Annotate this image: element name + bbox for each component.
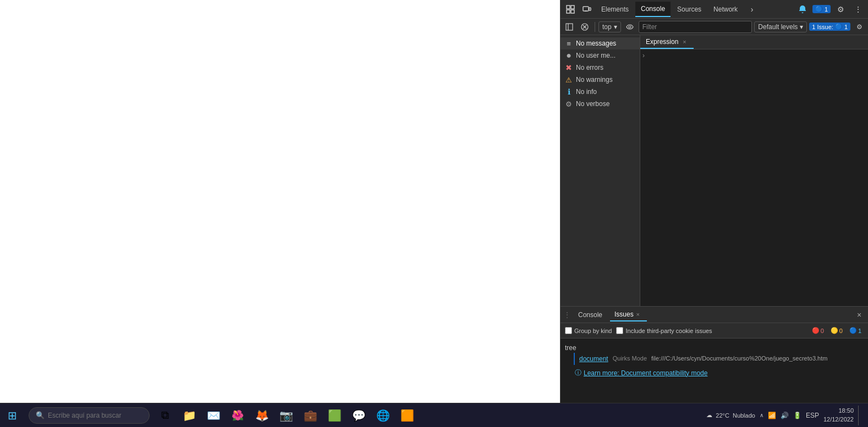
console-filter-input[interactable]	[639, 21, 752, 33]
notifications-icon[interactable]	[795, 2, 810, 17]
expression-content[interactable]: ›	[640, 49, 868, 306]
red-badge-count: 0	[821, 328, 824, 334]
context-arrow: ▾	[614, 23, 617, 31]
filter-label-verbose: No verbose	[576, 100, 609, 108]
third-party-input[interactable]	[616, 327, 623, 334]
blue-badge: 🔵 1	[847, 326, 864, 335]
eye-icon[interactable]	[623, 20, 636, 34]
learn-more-link[interactable]: Learn more: Document compatibility mode	[584, 369, 707, 377]
task-view-button[interactable]: ⧉	[154, 404, 176, 426]
filter-item-user[interactable]: ● No user me...	[561, 49, 640, 62]
tree-label: tree	[565, 344, 576, 352]
filter-item-warnings[interactable]: ⚠ No warnings	[561, 74, 640, 86]
group-by-kind-input[interactable]	[565, 327, 572, 334]
language-badge[interactable]: ESP	[806, 412, 819, 419]
info-icon: ℹ	[565, 88, 573, 96]
system-tray-expand[interactable]: ∧	[760, 412, 763, 418]
console-main: ≡ No messages ● No user me... ✖ No error…	[561, 35, 868, 306]
devtools-settings-icon[interactable]: ⚙	[833, 2, 848, 17]
default-levels-label: Default levels	[758, 23, 798, 31]
date-display: 12/12/2022	[823, 415, 854, 424]
default-levels-selector[interactable]: Default levels ▾	[754, 21, 807, 32]
filter-item-info[interactable]: ℹ No info	[561, 86, 640, 98]
battery-icon: 🔋	[793, 412, 801, 419]
filter-label-user: No user me...	[576, 52, 616, 59]
svg-rect-0	[567, 5, 570, 9]
issue-filepath: file:///C:/Users/cyn/Documents/curso%20O…	[651, 355, 827, 362]
camera-icon: 📷	[279, 409, 293, 422]
issues-panel-close-icon[interactable]: ×	[854, 309, 865, 320]
clear-console-icon[interactable]	[578, 20, 591, 34]
taskbar-app2[interactable]: 🟩	[323, 404, 345, 426]
console-issue-num: 1	[844, 24, 848, 30]
tab-expression[interactable]: Expression ×	[640, 35, 694, 49]
issue-quirks-mode: Quirks Mode	[613, 355, 647, 362]
taskbar-search-input[interactable]	[48, 412, 136, 419]
tab-console[interactable]: Console	[635, 2, 671, 17]
taskbar-app-icons: 📁 ✉️ 🌺 🦊 📷 💼 🟩 💬 🌐 🟧	[178, 404, 418, 426]
tab-elements[interactable]: Elements	[596, 2, 634, 17]
taskbar-teams[interactable]: 💼	[299, 404, 321, 426]
responsive-icon[interactable]	[579, 2, 595, 17]
filter-label-messages: No messages	[576, 40, 616, 47]
third-party-checkbox[interactable]: Include third-party cookie issues	[616, 327, 712, 334]
issues-toolbar: Group by kind Include third-party cookie…	[561, 323, 868, 339]
red-badge-icon: 🔴	[812, 327, 820, 334]
start-button[interactable]: ⊞	[0, 403, 24, 428]
svg-rect-3	[571, 10, 574, 13]
taskbar-app3[interactable]: 🟧	[396, 404, 418, 426]
more-tabs-icon[interactable]: ›	[744, 2, 760, 17]
teams-icon: 💼	[304, 409, 317, 422]
issue-detail-row: document Quirks Mode file:///C:/Users/cy…	[574, 353, 864, 365]
svg-rect-1	[571, 5, 574, 9]
drag-handle-icon[interactable]: ⋮	[564, 311, 570, 319]
app3-icon: 🟧	[400, 409, 414, 422]
expression-close-icon[interactable]: ×	[680, 38, 688, 46]
taskbar-firefox[interactable]: 🦊	[251, 404, 273, 426]
svg-rect-2	[567, 10, 570, 13]
issue-tree-row: tree	[565, 343, 864, 353]
taskbar-camera[interactable]: 📷	[275, 404, 297, 426]
network-icon: 📶	[768, 412, 776, 419]
taskbar-app1[interactable]: 🌺	[227, 404, 249, 426]
whatsapp-icon: 💬	[352, 409, 366, 422]
devtools-more-icon[interactable]: ⋮	[850, 2, 866, 17]
group-by-kind-checkbox[interactable]: Group by kind	[565, 327, 612, 334]
taskbar-search[interactable]: 🔍	[29, 407, 150, 424]
taskbar-file-explorer[interactable]: 📁	[178, 404, 200, 426]
context-label: top	[602, 23, 612, 31]
taskbar-mail[interactable]: ✉️	[202, 404, 224, 426]
issues-tab-close-icon[interactable]: ×	[634, 310, 642, 319]
chevron-right-icon[interactable]: ›	[642, 52, 645, 59]
filter-item-messages[interactable]: ≡ No messages	[561, 37, 640, 49]
expression-tabs: Expression ×	[640, 35, 868, 49]
filter-item-verbose[interactable]: ⚙ No verbose	[561, 98, 640, 110]
issues-tab-issues[interactable]: Issues ×	[610, 308, 647, 321]
context-selector[interactable]: top ▾	[598, 21, 621, 32]
filter-label-info: No info	[576, 88, 597, 96]
taskbar-chrome[interactable]: 🌐	[372, 404, 394, 426]
blue-badge-count: 1	[858, 328, 861, 334]
issues-tab-console[interactable]: Console	[574, 308, 607, 321]
browser-content	[0, 0, 560, 427]
weather-widget[interactable]: ☁ 22°C Nublado	[706, 412, 755, 419]
clock[interactable]: 18:50 12/12/2022	[823, 407, 854, 424]
tab-sources[interactable]: Sources	[672, 2, 707, 17]
show-desktop-button[interactable]	[858, 406, 861, 425]
tab-network[interactable]: Network	[708, 2, 743, 17]
inspect-icon[interactable]	[563, 2, 578, 17]
console-settings-icon[interactable]: ⚙	[853, 20, 866, 34]
devtools-top-right: 🔵 1 ⚙ ⋮	[795, 2, 866, 17]
taskbar-right: ☁ 22°C Nublado ∧ 📶 🔊 🔋 ESP 18:50 12/12/2…	[706, 406, 868, 425]
learn-more-icon: ⓘ	[575, 368, 581, 378]
volume-icon[interactable]: 🔊	[781, 412, 789, 419]
taskbar-whatsapp[interactable]: 💬	[348, 404, 370, 426]
issue-document-link[interactable]: document	[579, 355, 608, 363]
third-party-label: Include third-party cookie issues	[625, 328, 712, 334]
issue-badge[interactable]: 🔵 1	[812, 5, 831, 13]
blue-badge-icon: 🔵	[849, 327, 857, 334]
console-issue-badge[interactable]: 1 Issue: 🔵 1	[809, 23, 850, 31]
sidebar-toggle-icon[interactable]	[563, 20, 576, 34]
red-badge: 🔴 0	[810, 326, 826, 335]
filter-item-errors[interactable]: ✖ No errors	[561, 62, 640, 74]
